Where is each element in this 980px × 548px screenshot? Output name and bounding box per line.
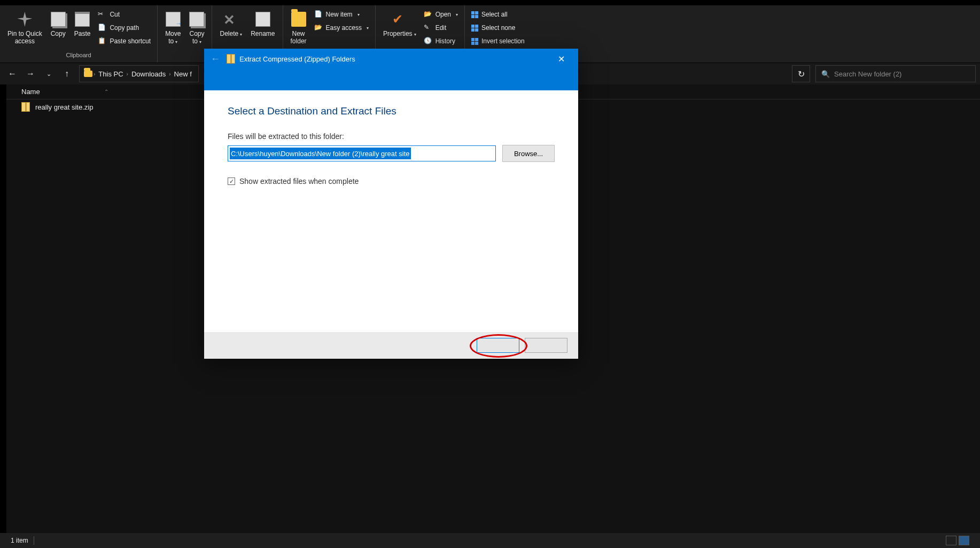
item-count: 1 item [11, 537, 28, 544]
history-button[interactable]: 🕓History [424, 35, 458, 47]
dialog-back-button[interactable]: ← [211, 53, 220, 65]
easy-access-button[interactable]: 📂Easy access [314, 22, 369, 34]
folder-icon [291, 12, 306, 27]
invert-selection-button[interactable]: Invert selection [471, 35, 525, 47]
new-folder-button[interactable]: New folder [286, 7, 311, 48]
pin-icon [17, 12, 32, 27]
recent-dropdown[interactable]: ⌄ [41, 66, 57, 82]
dialog-titlebar[interactable]: ← Extract Compressed (Zipped) Folders ✕ [204, 49, 578, 69]
paste-button[interactable]: Paste [70, 7, 95, 40]
destination-input[interactable]: C:\Users\huyen\Downloads\New folder (2)\… [228, 145, 496, 161]
forward-button[interactable]: → [22, 66, 38, 82]
details-view-button[interactable] [946, 536, 956, 545]
nav-pane[interactable] [0, 84, 6, 533]
copy-to-button[interactable]: Copy to [185, 7, 208, 48]
cut-button[interactable]: ✂Cut [98, 9, 151, 20]
path-icon: 📄 [98, 24, 106, 32]
new-item-button[interactable]: 📄New item [314, 9, 369, 20]
destination-label: Files will be extracted to this folder: [228, 132, 555, 141]
move-icon [166, 12, 181, 27]
delete-button[interactable]: ✕ Delete [215, 7, 246, 40]
zip-icon [21, 102, 30, 112]
newitem-icon: 📄 [314, 10, 323, 19]
history-icon: 🕓 [424, 37, 432, 45]
open-icon: 📂 [424, 10, 432, 19]
select-none-button[interactable]: Select none [471, 22, 525, 34]
grid-icon [471, 38, 478, 45]
folder-icon [84, 71, 92, 77]
copy-path-button[interactable]: 📄Copy path [98, 22, 151, 34]
search-placeholder: Search New folder (2) [834, 70, 901, 78]
back-button[interactable]: ← [4, 66, 20, 82]
up-button[interactable]: ↑ [59, 66, 75, 82]
scissors-icon: ✂ [98, 10, 106, 19]
breadcrumb-pc[interactable]: This PC [96, 70, 125, 78]
select-all-button[interactable]: Select all [471, 9, 525, 20]
breadcrumb-downloads[interactable]: Downloads [129, 70, 168, 78]
thumbnails-view-button[interactable] [959, 536, 969, 545]
check-icon: ✔ [392, 12, 407, 27]
show-extracted-checkbox[interactable]: ✓ Show extracted files when complete [228, 177, 555, 186]
shortcut-icon: 📋 [98, 37, 106, 45]
delete-icon: ✕ [223, 12, 238, 27]
easyaccess-icon: 📂 [314, 24, 323, 32]
rename-button[interactable]: Rename [246, 7, 279, 40]
edit-button[interactable]: ✎Edit [424, 22, 458, 34]
properties-button[interactable]: ✔ Properties [379, 7, 421, 40]
rename-icon [255, 12, 270, 27]
pin-label: Pin to Quick access [7, 30, 42, 45]
paste-shortcut-button[interactable]: 📋Paste shortcut [98, 35, 151, 47]
paste-icon [75, 12, 90, 27]
move-to-button[interactable]: Move to [161, 7, 185, 48]
dialog-footer: Extract Cancel [204, 332, 578, 359]
open-button[interactable]: 📂Open [424, 9, 458, 20]
edit-icon: ✎ [424, 24, 432, 32]
copy-label: Copy [51, 30, 66, 37]
destination-value: C:\Users\huyen\Downloads\New folder (2)\… [230, 148, 411, 159]
cancel-button[interactable]: Cancel [525, 338, 567, 353]
clipboard-group-label: Clipboard [0, 52, 157, 63]
copy-button[interactable]: Copy [46, 7, 70, 40]
browse-button[interactable]: Browse... [502, 145, 555, 162]
dialog-close-button[interactable]: ✕ [550, 54, 572, 64]
paste-label: Paste [74, 30, 91, 37]
copy-icon [51, 12, 66, 27]
extract-dialog: ← Extract Compressed (Zipped) Folders ✕ … [204, 49, 578, 359]
copyto-icon [189, 12, 204, 27]
pin-to-quick-access-button[interactable]: Pin to Quick access [3, 7, 46, 48]
sort-indicator: ⌃ [104, 89, 108, 95]
breadcrumb[interactable]: › This PC › Downloads › New f [79, 65, 199, 82]
dialog-heading: Select a Destination and Extract Files [228, 105, 555, 117]
zip-icon [227, 54, 235, 64]
dialog-title: Extract Compressed (Zipped) Folders [239, 55, 355, 63]
menu-tabs [0, 0, 980, 5]
checkbox-icon: ✓ [228, 177, 235, 185]
breadcrumb-newfolder[interactable]: New f [172, 70, 194, 78]
grid-icon [471, 25, 478, 32]
checkbox-label: Show extracted files when complete [239, 177, 359, 186]
refresh-button[interactable]: ↻ [792, 65, 810, 82]
extract-button[interactable]: Extract [477, 338, 519, 353]
search-icon: 🔍 [821, 70, 830, 78]
file-name: really great site.zip [35, 103, 93, 111]
status-bar: 1 item [0, 533, 980, 548]
grid-icon [471, 11, 478, 18]
search-input[interactable]: 🔍 Search New folder (2) [815, 65, 976, 82]
